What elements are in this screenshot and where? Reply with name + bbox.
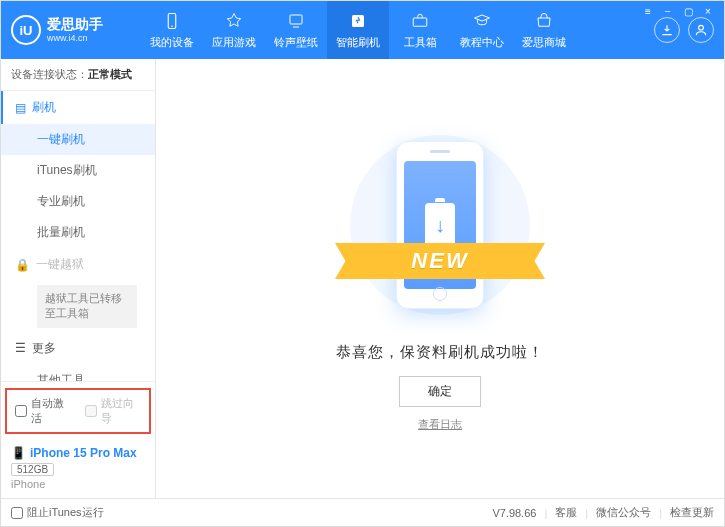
nav-label: 应用游戏 [212,35,256,50]
logo-icon: iU [11,15,41,45]
flash-group-icon: ▤ [15,101,26,115]
header: iU 爱思助手 www.i4.cn 我的设备 应用游戏 铃声壁纸 智能刷机 [1,1,724,59]
wechat-link[interactable]: 微信公众号 [596,505,651,520]
sidebar-item-itunes-flash[interactable]: iTunes刷机 [1,155,155,186]
success-illustration: NEW [350,125,530,325]
maximize-icon[interactable]: ▢ [679,4,697,18]
sidebar-group-flash[interactable]: ▤ 刷机 [1,91,155,124]
svg-rect-3 [352,15,364,27]
connection-status: 设备连接状态：正常模式 [1,59,155,91]
brand-subtitle: www.i4.cn [47,33,103,44]
new-ribbon: NEW [335,243,545,279]
jailbreak-note: 越狱工具已转移至工具箱 [37,285,137,328]
nav-label: 智能刷机 [336,35,380,50]
nav-label: 工具箱 [404,35,437,50]
nav-apps[interactable]: 应用游戏 [203,1,265,59]
nav-label: 我的设备 [150,35,194,50]
nav-tutorial[interactable]: 教程中心 [451,1,513,59]
close-icon[interactable]: × [699,4,717,18]
nav-label: 铃声壁纸 [274,35,318,50]
nav-flash[interactable]: 智能刷机 [327,1,389,59]
sidebar-group-more[interactable]: ☰ 更多 [1,332,155,365]
toolbox-icon [410,11,430,31]
block-itunes-input[interactable] [11,507,23,519]
download-button[interactable] [654,17,680,43]
device-storage: 512GB [11,463,54,476]
flash-icon [348,11,368,31]
device-icon [162,11,182,31]
view-log-link[interactable]: 查看日志 [418,417,462,432]
sidebar-item-oneclick-flash[interactable]: 一键刷机 [1,124,155,155]
lock-icon: 🔒 [15,258,30,272]
svg-rect-4 [413,18,427,26]
store-icon [534,11,554,31]
svg-rect-2 [290,15,302,24]
nav-ringtone[interactable]: 铃声壁纸 [265,1,327,59]
footer: 阻止iTunes运行 V7.98.66 | 客服 | 微信公众号 | 检查更新 [1,498,724,526]
auto-activate-input[interactable] [15,405,27,417]
device-info: 📱 iPhone 15 Pro Max 512GB iPhone [1,440,155,498]
device-name[interactable]: 📱 iPhone 15 Pro Max [11,446,145,460]
sidebar: 设备连接状态：正常模式 ▤ 刷机 一键刷机 iTunes刷机 专业刷机 批量刷机… [1,59,156,498]
sidebar-group-jailbreak: 🔒 一键越狱 [1,248,155,281]
nav-label: 教程中心 [460,35,504,50]
block-itunes-checkbox[interactable]: 阻止iTunes运行 [11,505,104,520]
svg-point-1 [171,25,173,27]
tutorial-icon [472,11,492,31]
logo: iU 爱思助手 www.i4.cn [11,15,141,45]
more-group-icon: ☰ [15,341,26,355]
apps-icon [224,11,244,31]
support-link[interactable]: 客服 [555,505,577,520]
nav-toolbox[interactable]: 工具箱 [389,1,451,59]
nav-my-device[interactable]: 我的设备 [141,1,203,59]
sidebar-item-other-tools[interactable]: 其他工具 [1,365,155,381]
skip-guide-checkbox: 跳过向导 [85,396,141,426]
device-type: iPhone [11,478,145,490]
minimize-icon[interactable]: − [659,4,677,18]
auto-activate-checkbox[interactable]: 自动激活 [15,396,71,426]
nav-store[interactable]: 爱思商城 [513,1,575,59]
version-label: V7.98.66 [492,507,536,519]
skip-guide-input [85,405,97,417]
user-button[interactable] [688,17,714,43]
phone-icon: 📱 [11,446,26,460]
ringtone-icon [286,11,306,31]
brand-title: 爱思助手 [47,16,103,33]
nav-label: 爱思商城 [522,35,566,50]
sidebar-item-batch-flash[interactable]: 批量刷机 [1,217,155,248]
sidebar-item-pro-flash[interactable]: 专业刷机 [1,186,155,217]
main-content: NEW 恭喜您，保资料刷机成功啦！ 确定 查看日志 [156,59,724,498]
success-message: 恭喜您，保资料刷机成功啦！ [336,343,544,362]
ok-button[interactable]: 确定 [399,376,481,407]
menu-icon[interactable]: ≡ [639,4,657,18]
svg-point-5 [699,25,704,30]
check-update-link[interactable]: 检查更新 [670,505,714,520]
options-highlight-box: 自动激活 跳过向导 [5,388,151,434]
